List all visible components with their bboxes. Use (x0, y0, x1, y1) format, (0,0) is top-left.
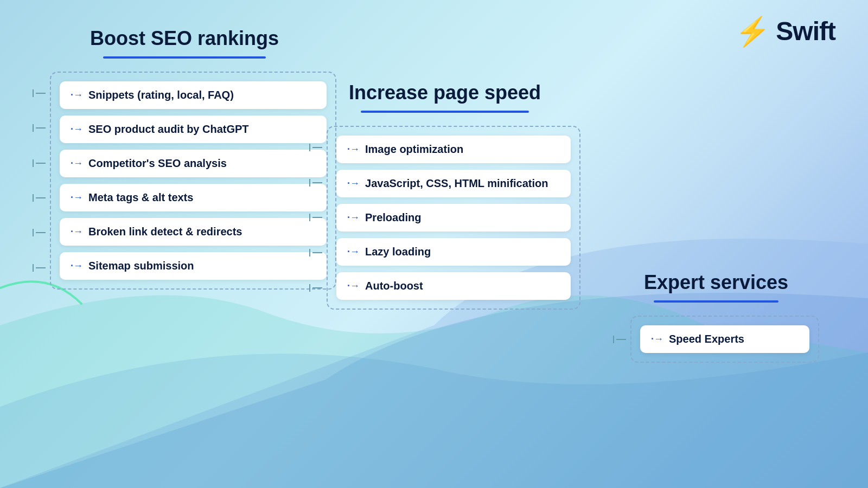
bullet-3: ·→ (71, 158, 83, 169)
connector-5 (33, 229, 46, 236)
speed-bullet-1: ·→ (347, 144, 360, 155)
expert-connector-1 (613, 336, 626, 343)
speed-bullet-4: ·→ (347, 246, 360, 258)
expert-feature-list: ·→ Speed Experts (640, 325, 809, 353)
page-speed-title: Increase page speed (309, 81, 580, 104)
speed-bullet-3: ·→ (347, 212, 360, 223)
seo-rankings-section: Boost SEO rankings (33, 27, 336, 290)
expert-bullet-1: ·→ (651, 333, 663, 345)
connector-3 (33, 159, 46, 167)
logo-text: Swift (776, 16, 835, 46)
bullet-4: ·→ (71, 192, 83, 203)
speed-connector-3 (309, 214, 322, 221)
feature-meta-tags: ·→ Meta tags & alt texts (60, 184, 327, 211)
speed-connector-2 (309, 179, 322, 187)
bullet-5: ·→ (71, 226, 83, 237)
feature-preloading: ·→ Preloading (336, 204, 571, 232)
seo-title-underline (103, 56, 266, 59)
feature-snippets: ·→ Snippets (rating, local, FAQ) (60, 81, 327, 109)
feature-sitemap: ·→ Sitemap submission (60, 252, 327, 280)
expert-services-section: Expert services ·→ Speed Experts (613, 271, 819, 363)
connector-1 (33, 89, 46, 97)
bullet-6: ·→ (71, 260, 83, 272)
speed-bullet-2: ·→ (347, 178, 360, 189)
logo: ⚡ Swift (735, 16, 835, 46)
feature-speed-experts: ·→ Speed Experts (640, 325, 809, 353)
speed-title-underline (361, 111, 529, 113)
expert-title: Expert services (613, 271, 819, 294)
feature-lazy-loading: ·→ Lazy loading (336, 238, 571, 266)
speed-feature-list: ·→ Image optimization ·→ JavaScript, CSS… (336, 136, 571, 300)
expert-title-underline (654, 300, 778, 303)
feature-chatgpt: ·→ SEO product audit by ChatGPT (60, 115, 327, 143)
bullet-2: ·→ (71, 124, 83, 135)
connector-4 (33, 194, 46, 202)
feature-auto-boost: ·→ Auto-boost (336, 272, 571, 300)
speed-bullet-5: ·→ (347, 280, 360, 292)
bullet-1: ·→ (71, 89, 83, 101)
connector-6 (33, 264, 46, 272)
connector-2 (33, 124, 46, 132)
speed-connector-1 (309, 144, 322, 151)
speed-connector-5 (309, 284, 322, 292)
speed-connector-4 (309, 249, 322, 256)
feature-broken-links: ·→ Broken link detect & redirects (60, 218, 327, 246)
seo-feature-list: ·→ Snippets (rating, local, FAQ) ·→ SEO … (60, 81, 327, 280)
feature-image-opt: ·→ Image optimization (336, 136, 571, 163)
feature-competitor-seo: ·→ Competitor's SEO analysis (60, 150, 327, 177)
logo-icon: ⚡ (735, 17, 770, 46)
feature-minification: ·→ JavaScript, CSS, HTML minification (336, 170, 571, 197)
seo-rankings-title: Boost SEO rankings (33, 27, 336, 50)
page-speed-section: Increase page speed (309, 81, 580, 310)
